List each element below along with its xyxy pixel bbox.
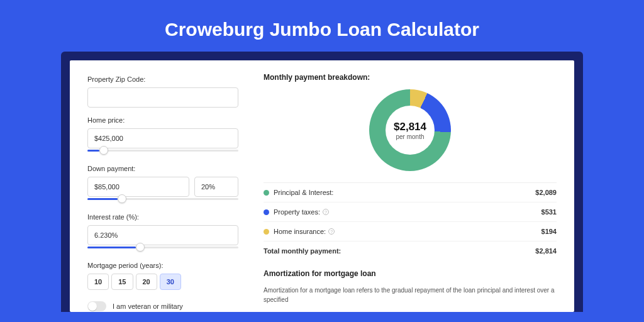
home-price-input[interactable] <box>87 128 238 148</box>
legend-row-taxes: Property taxes:? $531 <box>264 203 557 222</box>
breakdown-title: Monthly payment breakdown: <box>264 73 557 82</box>
military-row: I am veteran or military <box>87 301 238 311</box>
zip-input[interactable] <box>87 87 238 108</box>
legend-value-principal: $2,089 <box>535 189 557 196</box>
period-label: Mortgage period (years): <box>87 262 238 269</box>
rate-label: Interest rate (%): <box>87 213 238 221</box>
legend-label-total: Total monthly payment: <box>264 247 535 255</box>
amortization-text: Amortization for a mortgage loan refers … <box>264 286 557 304</box>
info-icon[interactable]: ? <box>328 228 335 235</box>
down-payment-pct-input[interactable] <box>194 177 238 197</box>
military-toggle[interactable] <box>87 301 106 311</box>
period-30[interactable]: 30 <box>160 274 181 290</box>
legend-value-insurance: $194 <box>541 228 557 235</box>
down-payment-input[interactable] <box>87 177 189 197</box>
swatch-principal <box>264 190 269 196</box>
period-20[interactable]: 20 <box>136 274 157 290</box>
swatch-insurance <box>264 229 269 235</box>
legend-label-insurance: Home insurance: <box>274 228 326 235</box>
amortization-section: Amortization for mortgage loan Amortizat… <box>264 269 557 304</box>
page-title: Croweburg Jumbo Loan Calculator <box>0 0 644 52</box>
down-payment-slider[interactable] <box>87 196 238 204</box>
donut-sublabel: per month <box>396 133 424 140</box>
donut-value: $2,814 <box>394 121 426 133</box>
period-options: 10 15 20 30 <box>87 274 238 290</box>
rate-input[interactable] <box>87 225 238 245</box>
legend-value-taxes: $531 <box>541 208 557 216</box>
calculator-card: Property Zip Code: Home price: Down paym… <box>70 60 574 312</box>
zip-label: Property Zip Code: <box>87 75 238 83</box>
donut-chart: $2,814 per month <box>369 89 451 171</box>
legend-label-principal: Principal & Interest: <box>274 189 535 196</box>
info-icon[interactable]: ? <box>323 209 329 215</box>
legend-value-total: $2,814 <box>535 247 557 255</box>
form-panel: Property Zip Code: Home price: Down paym… <box>70 60 252 312</box>
amortization-title: Amortization for mortgage loan <box>264 269 557 278</box>
military-label: I am veteran or military <box>113 303 183 310</box>
legend: Principal & Interest: $2,089 Property ta… <box>264 182 557 260</box>
legend-label-taxes: Property taxes: <box>274 208 320 216</box>
period-10[interactable]: 10 <box>87 274 109 290</box>
legend-row-principal: Principal & Interest: $2,089 <box>264 183 557 203</box>
donut-chart-area: $2,814 per month <box>264 89 557 171</box>
home-price-label: Home price: <box>87 116 238 124</box>
down-payment-label: Down payment: <box>87 165 238 172</box>
swatch-taxes <box>264 209 269 215</box>
card-shadow: Property Zip Code: Home price: Down paym… <box>61 52 583 312</box>
legend-row-total: Total monthly payment: $2,814 <box>264 242 557 260</box>
home-price-slider[interactable] <box>87 147 238 156</box>
legend-row-insurance: Home insurance:? $194 <box>264 222 557 242</box>
breakdown-panel: Monthly payment breakdown: $2,814 per mo… <box>252 60 574 312</box>
rate-slider[interactable] <box>87 244 238 253</box>
period-15[interactable]: 15 <box>111 274 133 290</box>
